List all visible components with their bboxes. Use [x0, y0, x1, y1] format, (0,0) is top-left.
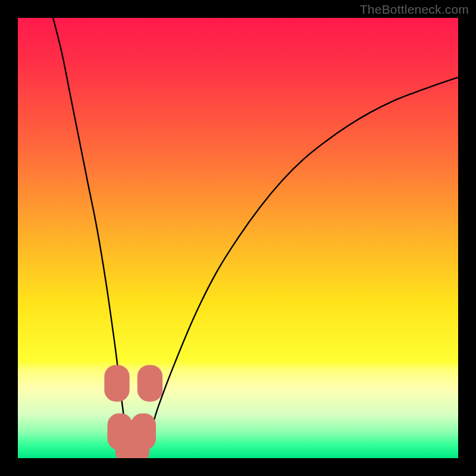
chart-frame: [18, 18, 458, 458]
curve-marker: [104, 365, 129, 402]
bottleneck-chart: [18, 18, 458, 458]
curve-marker: [137, 365, 162, 402]
watermark-text: TheBottleneck.com: [360, 2, 469, 17]
curve-marker: [131, 414, 156, 450]
